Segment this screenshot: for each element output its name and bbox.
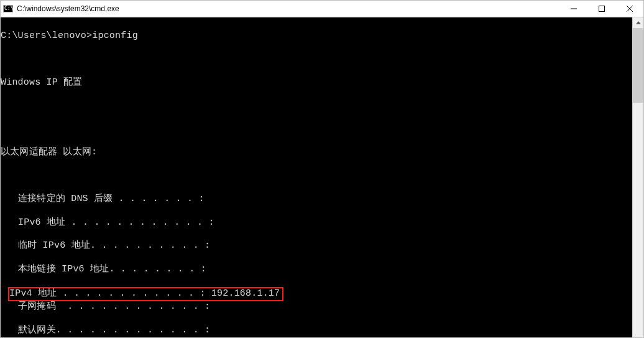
prompt-path: C:\Users\lenovo> <box>1 31 92 41</box>
blank-line <box>1 124 632 136</box>
prompt-line: C:\Users\lenovo>ipconfig <box>1 31 632 42</box>
content-area: C:\Users\lenovo>ipconfig Windows IP 配置 以… <box>1 17 643 337</box>
field-dots: . . . . . . . . . . . . . : <box>56 325 210 336</box>
titlebar[interactable]: C:\ C:\windows\system32\cmd.exe <box>1 1 643 17</box>
terminal-output[interactable]: C:\Users\lenovo>ipconfig Windows IP 配置 以… <box>1 17 632 337</box>
field-dots: . . . . . . . . . . : <box>90 240 210 251</box>
blank-line <box>1 100 632 112</box>
ipv4-address-value: 192.168.1.17 <box>211 288 280 299</box>
field-dots: . . . . . . . . . . . . : <box>63 288 206 299</box>
field-dots: . . . . . . . : <box>119 194 205 204</box>
field-label: 临时 IPv6 地址 <box>18 240 90 251</box>
field-row: 子网掩码 . . . . . . . . . . . . : <box>1 301 632 313</box>
window-title: C:\windows\system32\cmd.exe <box>17 4 559 14</box>
field-label: IPv4 地址 <box>9 288 63 299</box>
field-label: 本地链接 IPv6 地址 <box>18 264 109 275</box>
scroll-up-arrow[interactable] <box>633 17 643 28</box>
field-row: 本地链接 IPv6 地址. . . . . . . . : <box>1 264 632 276</box>
blank-line <box>1 171 632 182</box>
ipconfig-header: Windows IP 配置 <box>1 77 632 89</box>
field-row: IPv6 地址 . . . . . . . . . . . . : <box>1 217 632 229</box>
close-button[interactable] <box>615 1 643 17</box>
maximize-button[interactable] <box>587 1 615 17</box>
minimize-button[interactable] <box>559 1 587 17</box>
field-row: 默认网关. . . . . . . . . . . . . : <box>1 325 632 337</box>
cmd-window: C:\ C:\windows\system32\cmd.exe C:\Users… <box>0 0 644 338</box>
section-title: 以太网适配器 以太网: <box>1 147 632 159</box>
cmd-icon: C:\ <box>3 5 13 12</box>
svg-rect-1 <box>599 6 604 12</box>
ipv4-highlight-box: IPv4 地址 . . . . . . . . . . . . : 192.16… <box>8 287 283 301</box>
field-label: IPv6 地址 <box>18 217 71 228</box>
field-label: 默认网关 <box>18 325 56 336</box>
scrollbar-thumb[interactable] <box>633 28 643 103</box>
svg-marker-4 <box>636 21 641 24</box>
field-label: 子网掩码 <box>18 301 67 312</box>
field-dots: . . . . . . . . . . . . : <box>71 217 214 228</box>
vertical-scrollbar[interactable] <box>632 17 643 337</box>
field-dots: . . . . . . . . . . . . : <box>67 301 210 312</box>
field-row: 连接特定的 DNS 后缀 . . . . . . . : <box>1 194 632 205</box>
field-label: 连接特定的 DNS 后缀 <box>18 194 119 204</box>
blank-line <box>1 54 632 65</box>
prompt-command: ipconfig <box>92 31 138 41</box>
field-dots: . . . . . . . . : <box>109 264 206 275</box>
field-row: 临时 IPv6 地址. . . . . . . . . . : <box>1 240 632 252</box>
